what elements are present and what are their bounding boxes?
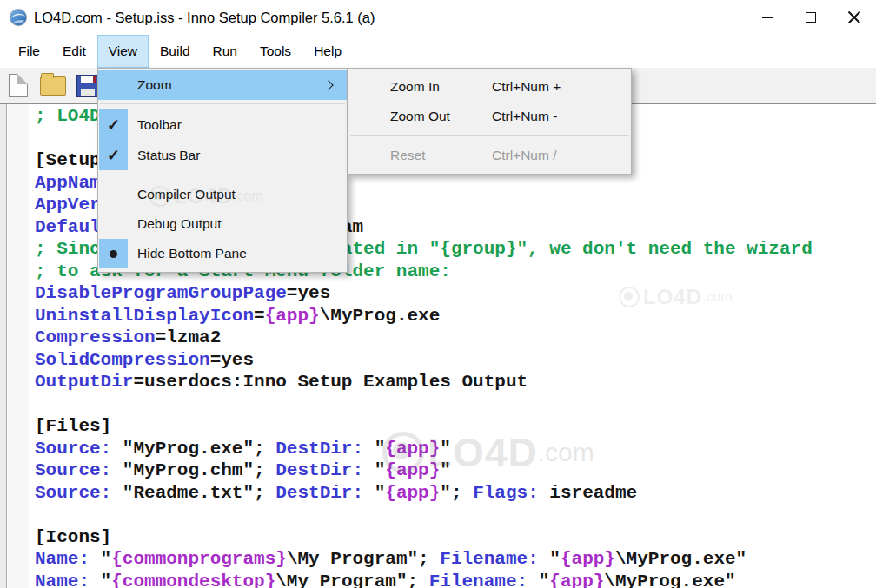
- editor-left-border: [0, 104, 7, 588]
- menu-edit[interactable]: Edit: [51, 35, 97, 68]
- menu-tools[interactable]: Tools: [249, 35, 302, 68]
- app-logo-icon: [9, 8, 28, 27]
- new-script-button[interactable]: [2, 70, 35, 102]
- open-file-button[interactable]: [36, 70, 70, 102]
- menu-item-zoom-out[interactable]: Zoom Out Ctrl+Num -: [348, 102, 631, 131]
- code-line: UninstallDisplayIcon={app}\MyProg.exe: [35, 305, 813, 327]
- app-window: { "window": { "title": "LO4D.com - Setup…: [0, 0, 876, 588]
- shortcut-label: Ctrl+Num /: [492, 148, 557, 163]
- code-line: Name: "{commondesktop}\My Program"; File…: [35, 571, 813, 588]
- close-button[interactable]: [833, 0, 876, 35]
- title-bar: LO4D.com - Setup.iss - Inno Setup Compil…: [0, 0, 876, 35]
- menu-item-hide-bottom-pane[interactable]: Hide Bottom Pane: [98, 239, 347, 268]
- code-line: Source: "Readme.txt"; DestDir: "{app}"; …: [35, 482, 813, 505]
- menu-view[interactable]: View: [97, 35, 149, 68]
- submenu-arrow-icon: [323, 80, 333, 89]
- minimize-button[interactable]: [746, 0, 789, 35]
- code-line: DisableProgramGroupPage=yes: [35, 282, 813, 305]
- menu-item-zoom[interactable]: Zoom: [98, 70, 347, 100]
- open-folder-icon: [40, 76, 66, 96]
- menu-separator: [100, 175, 345, 175]
- menu-help[interactable]: Help: [302, 35, 353, 68]
- code-line: Source: "MyProg.exe"; DestDir: "{app}": [35, 438, 813, 460]
- view-menu-dropdown: Zoom ✓ Toolbar ✓ Status Bar Compiler Out…: [97, 68, 348, 273]
- code-line: Compression=lzma2: [35, 327, 813, 349]
- maximize-button[interactable]: [789, 0, 833, 35]
- menu-item-debug-output[interactable]: Debug Output: [98, 209, 347, 239]
- menu-run[interactable]: Run: [202, 35, 249, 68]
- menu-separator: [100, 103, 345, 104]
- radio-dot-icon: [110, 250, 117, 258]
- menu-build[interactable]: Build: [149, 35, 201, 68]
- shortcut-label: Ctrl+Num -: [492, 109, 557, 124]
- menu-item-status-bar[interactable]: ✓ Status Bar: [98, 140, 347, 170]
- menu-item-toolbar[interactable]: ✓ Toolbar: [98, 109, 347, 140]
- menu-item-compiler-output[interactable]: Compiler Output: [98, 180, 347, 209]
- zoom-submenu: Zoom In Ctrl+Num + Zoom Out Ctrl+Num - R…: [348, 68, 632, 175]
- checked-highlight: ✓: [99, 109, 128, 140]
- code-line: [35, 393, 813, 416]
- code-line: [Files]: [35, 415, 813, 438]
- code-line: [Icons]: [35, 526, 813, 549]
- minimize-icon: [762, 17, 773, 18]
- close-icon: [847, 10, 861, 24]
- code-line: SolidCompression=yes: [35, 349, 813, 372]
- code-line: Name: "{commonprograms}\My Program"; Fil…: [35, 548, 813, 571]
- shortcut-label: Ctrl+Num +: [492, 79, 561, 95]
- checked-highlight: ✓: [99, 140, 128, 170]
- menu-bar: File Edit View Build Run Tools Help: [0, 35, 876, 68]
- maximize-icon: [806, 12, 816, 23]
- checkmark-icon: ✓: [107, 148, 120, 163]
- new-document-icon: [9, 74, 28, 97]
- menu-separator: [350, 135, 629, 136]
- window-controls: [746, 0, 876, 35]
- menu-file[interactable]: File: [7, 35, 51, 68]
- code-line: [35, 504, 813, 526]
- window-title: LO4D.com - Setup.iss - Inno Setup Compil…: [34, 10, 375, 26]
- code-line: OutputDir=userdocs:Inno Setup Examples O…: [35, 371, 813, 393]
- radio-highlight: [99, 239, 128, 268]
- checkmark-icon: ✓: [107, 117, 120, 133]
- code-line: Source: "MyProg.chm"; DestDir: "{app}": [35, 459, 813, 482]
- menu-item-reset[interactable]: Reset Ctrl+Num /: [348, 141, 631, 170]
- menu-item-zoom-in[interactable]: Zoom In Ctrl+Num +: [348, 72, 631, 102]
- save-floppy-icon: [76, 75, 99, 97]
- editor-gutter: [8, 104, 29, 588]
